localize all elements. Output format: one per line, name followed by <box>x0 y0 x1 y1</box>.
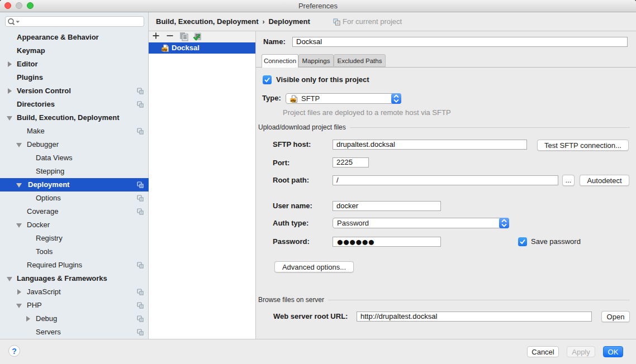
svg-text:sftp: sftp <box>162 48 168 51</box>
svg-text:sftp: sftp <box>291 99 296 102</box>
